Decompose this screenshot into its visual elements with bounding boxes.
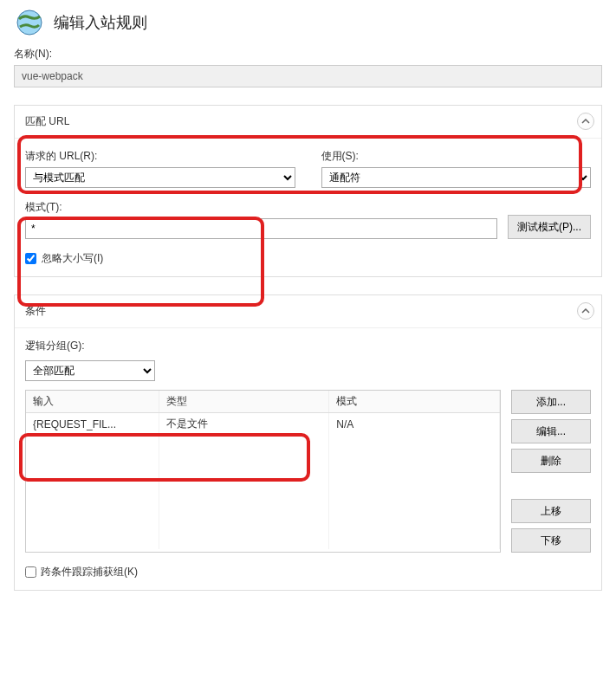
conditions-table[interactable]: 输入 类型 模式 {REQUEST_FIL... 不是文件 N/A [25, 390, 501, 553]
logic-group-label: 逻辑分组(G): [25, 339, 591, 353]
table-row[interactable]: {REQUEST_FIL... 不是文件 N/A [26, 413, 500, 436]
match-url-panel-header: 匹配 URL [15, 106, 601, 139]
track-capture-label: 跨条件跟踪捕获组(K) [41, 565, 138, 579]
dialog-header: 编辑入站规则 [14, 7, 602, 38]
pattern-label: 模式(T): [25, 200, 497, 215]
conditions-panel: 条件 逻辑分组(G): 全部匹配 输入 类型 [14, 294, 602, 591]
edit-button[interactable]: 编辑... [511, 419, 591, 443]
using-select[interactable]: 通配符 [321, 167, 592, 188]
move-down-button[interactable]: 下移 [511, 528, 591, 553]
logic-group-select[interactable]: 全部匹配 [25, 360, 155, 381]
delete-button[interactable]: 删除 [511, 449, 591, 473]
conditions-title: 条件 [25, 305, 46, 317]
requested-url-label: 请求的 URL(R): [25, 149, 295, 164]
collapse-icon[interactable] [577, 113, 594, 130]
page-title: 编辑入站规则 [54, 12, 147, 33]
svg-point-0 [17, 10, 42, 35]
using-label: 使用(S): [321, 149, 592, 164]
collapse-icon[interactable] [577, 302, 594, 320]
track-capture-checkbox[interactable] [25, 566, 36, 578]
globe-icon [14, 7, 45, 38]
col-type: 类型 [159, 391, 329, 413]
cell-type: 不是文件 [159, 413, 329, 436]
pattern-input[interactable] [25, 218, 497, 239]
add-button[interactable]: 添加... [511, 390, 591, 414]
requested-url-select[interactable]: 与模式匹配 [25, 167, 295, 188]
match-url-panel: 匹配 URL 请求的 URL(R): 与模式匹配 使用(S): 通配符 模式(T… [14, 105, 602, 277]
ignore-case-label: 忽略大小写(I) [42, 251, 103, 266]
col-pattern: 模式 [329, 391, 500, 413]
conditions-panel-header: 条件 [15, 295, 601, 328]
cell-pattern: N/A [329, 413, 500, 436]
match-url-title: 匹配 URL [25, 115, 69, 127]
move-up-button[interactable]: 上移 [511, 499, 591, 523]
test-pattern-button[interactable]: 测试模式(P)... [508, 215, 591, 239]
name-label: 名称(N): [14, 47, 602, 61]
name-input[interactable] [14, 65, 602, 87]
col-input: 输入 [26, 391, 159, 413]
cell-input: {REQUEST_FIL... [26, 413, 159, 436]
ignore-case-checkbox[interactable] [25, 253, 36, 264]
